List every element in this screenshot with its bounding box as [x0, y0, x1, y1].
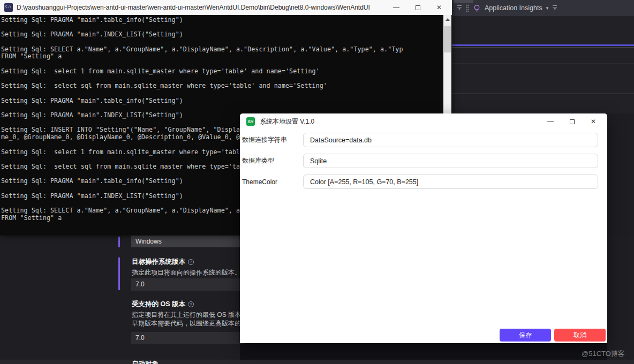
section-title-text: 目标操作系统版本: [132, 257, 185, 267]
scroll-up-arrow-icon: [446, 18, 450, 21]
field-label: ThemeColor: [242, 178, 303, 186]
console-line: [1, 39, 452, 46]
app-icon: SY: [246, 117, 255, 126]
modified-indicator-bar: [118, 257, 120, 290]
minimize-button[interactable]: —: [386, 0, 407, 15]
modified-indicator-bar: [118, 237, 120, 247]
maximize-icon: [416, 5, 420, 10]
form-row: 数据连接字符串: [242, 133, 605, 147]
cancel-button[interactable]: 取消: [554, 329, 606, 342]
property-section-title: 受支持的 OS 版本 ?: [132, 300, 194, 309]
connection-string-input[interactable]: [303, 133, 598, 147]
maximize-button[interactable]: [407, 0, 428, 15]
scroll-up-button[interactable]: [443, 15, 451, 24]
console-line: [1, 24, 452, 32]
target-os-version-input[interactable]: 7.0: [131, 278, 244, 291]
console-line: FROM "Setting" a: [1, 53, 452, 60]
help-icon[interactable]: ?: [188, 301, 194, 307]
target-os-combobox[interactable]: Windows: [131, 236, 244, 247]
property-section-title: 目标操作系统版本 ?: [132, 257, 194, 267]
close-button[interactable]: ✕: [583, 114, 604, 129]
chevron-down-icon: ▾: [458, 7, 461, 11]
vs-accent-line: [451, 44, 634, 46]
drag-handle-icon[interactable]: [466, 4, 469, 12]
minimize-button[interactable]: —: [540, 114, 561, 129]
form-row: ThemeColor: [242, 175, 605, 189]
section-title-text: 受支持的 OS 版本: [132, 300, 185, 309]
vs-panel-background: [451, 16, 634, 113]
vs-bottom-strip: [0, 360, 634, 364]
console-line: Setting Sql: PRAGMA "main".table_info("S…: [1, 17, 452, 24]
console-line: [1, 60, 452, 68]
field-label: 数据连接字符串: [242, 135, 303, 145]
maximize-button[interactable]: [561, 114, 583, 129]
lightbulb-icon: [473, 4, 481, 12]
watermark: @51CTO博客: [582, 349, 625, 359]
vs-editor-area: [240, 343, 607, 360]
supported-os-version-input[interactable]: 7.0: [131, 332, 244, 344]
console-line: [1, 104, 452, 112]
form-row: 数据库类型: [242, 154, 605, 168]
help-icon[interactable]: ?: [188, 259, 194, 265]
dialog-titlebar[interactable]: SY 系统本地设置 V.1.0 — ✕: [240, 113, 607, 130]
maximize-icon: [570, 119, 575, 124]
console-line: [1, 90, 452, 97]
console-line: Setting Sql: select sql from main.sqlite…: [1, 82, 452, 90]
toolbar-overflow-button[interactable]: ▾: [457, 5, 462, 11]
vs-divider: [450, 64, 634, 64]
database-type-input[interactable]: [303, 154, 598, 168]
property-description: 指定此项目将面向的操作系统的版本。: [132, 268, 241, 277]
console-line: Setting Sql: SELECT a."Name", a."GroupNa…: [1, 46, 452, 54]
console-line: [1, 75, 452, 83]
chevron-down-icon: ▾: [554, 7, 556, 11]
console-titlebar[interactable]: C:\ D:\yaoshuanggui-Projects\wen-antd-ui…: [0, 0, 452, 15]
settings-dialog: SY 系统本地设置 V.1.0 — ✕ 数据连接字符串 数据库类型 ThemeC…: [240, 113, 607, 343]
cmd-icon: C:\: [4, 3, 13, 12]
theme-color-input[interactable]: [303, 175, 598, 189]
toolbar-overflow-button-2[interactable]: ▾: [552, 5, 557, 11]
vs-divider: [450, 94, 634, 94]
property-section-title-clipped: 启动对象: [132, 360, 159, 364]
console-line: Setting Sql: PRAGMA "main".INDEX_LIST("S…: [1, 31, 452, 39]
application-insights-dropdown[interactable]: Application Insights: [485, 4, 542, 12]
save-button[interactable]: 保存: [500, 329, 551, 342]
field-label: 数据库类型: [242, 156, 303, 165]
console-line: Setting Sql: PRAGMA "main".table_info("S…: [1, 97, 452, 105]
close-button[interactable]: ✕: [428, 0, 450, 15]
console-window-title: D:\yaoshuanggui-Projects\wen-antd-ui-mas…: [17, 4, 370, 11]
caret-down-icon: ▾: [546, 5, 549, 11]
screen: ✎ ▾ Application Insights ▾ ▾: [0, 0, 634, 364]
console-line: Setting Sql: select 1 from main.sqlite_m…: [1, 68, 452, 75]
scrollbar-thumb[interactable]: [444, 26, 451, 52]
vs-divider: [451, 47, 634, 48]
dialog-title: 系统本地设置 V.1.0: [260, 117, 314, 126]
